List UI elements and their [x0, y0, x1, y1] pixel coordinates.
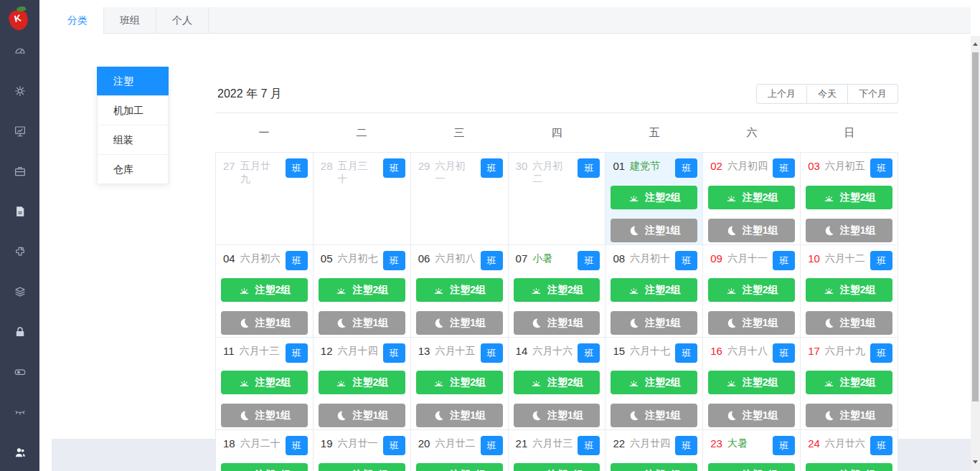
calendar-day-cell[interactable]: 06 六月初八 班 注塑2组 注塑1组: [411, 245, 509, 338]
shift-type-badge[interactable]: 班: [481, 158, 503, 178]
day-shift-button[interactable]: 注塑2组: [806, 371, 892, 394]
night-shift-button[interactable]: 注塑1组: [416, 404, 503, 427]
night-shift-button[interactable]: 注塑1组: [221, 404, 308, 427]
calendar-day-cell[interactable]: 19 六月廿一 班 注塑2组 注塑1组: [314, 430, 411, 471]
calendar-day-cell[interactable]: 16 六月十八 班 注塑2组 注塑1组: [703, 338, 801, 430]
shift-type-badge[interactable]: 班: [578, 343, 600, 363]
scroll-down-arrow-icon[interactable]: [971, 457, 980, 467]
calendar-day-cell[interactable]: 11 六月十三 班 注塑2组 注塑1组: [216, 338, 314, 430]
calendar-day-cell[interactable]: 14 六月十六 班 注塑2组 注塑1组: [509, 338, 606, 430]
calendar-day-cell[interactable]: 21 六月廿三 班 注塑2组 注塑1组: [509, 430, 606, 471]
lock-icon[interactable]: [14, 325, 27, 338]
night-shift-button[interactable]: 注塑1组: [611, 311, 697, 335]
night-shift-button[interactable]: 注塑1组: [416, 311, 503, 335]
eye-closed-icon[interactable]: [14, 406, 27, 419]
day-shift-button[interactable]: 注塑2组: [416, 463, 503, 471]
day-shift-button[interactable]: 注塑2组: [708, 186, 795, 209]
shift-type-badge[interactable]: 班: [870, 158, 892, 178]
day-shift-button[interactable]: 注塑2组: [416, 278, 503, 302]
shift-type-badge[interactable]: 班: [286, 436, 308, 455]
calendar-day-cell[interactable]: 24 六月廿六 班 注塑2组 注塑1组: [801, 430, 898, 471]
calendar-day-cell[interactable]: 27 五月廿九 班: [216, 153, 314, 245]
calendar-day-cell[interactable]: 02 六月初四 班 注塑2组 注塑1组: [703, 153, 801, 245]
shift-type-badge[interactable]: 班: [286, 158, 308, 178]
shift-type-badge[interactable]: 班: [675, 251, 697, 270]
toggle-icon[interactable]: [14, 366, 27, 379]
day-shift-button[interactable]: 注塑2组: [221, 278, 308, 302]
day-shift-button[interactable]: 注塑2组: [611, 278, 697, 302]
shift-type-badge[interactable]: 班: [383, 343, 405, 363]
prev-month-button[interactable]: 上个月: [756, 84, 807, 104]
day-shift-button[interactable]: 注塑2组: [708, 371, 795, 394]
day-shift-button[interactable]: 注塑2组: [514, 371, 600, 394]
shift-type-badge[interactable]: 班: [773, 251, 795, 270]
shift-type-badge[interactable]: 班: [675, 343, 697, 363]
calendar-day-cell[interactable]: 28 五月三十 班: [314, 153, 411, 245]
shift-type-badge[interactable]: 班: [773, 343, 795, 363]
shift-type-badge[interactable]: 班: [870, 251, 892, 270]
document-icon[interactable]: [14, 205, 27, 218]
day-shift-button[interactable]: 注塑2组: [611, 186, 697, 209]
tab-personal[interactable]: 个人: [156, 7, 209, 33]
next-month-button[interactable]: 下个月: [848, 84, 898, 104]
shift-type-badge[interactable]: 班: [481, 436, 503, 455]
night-shift-button[interactable]: 注塑1组: [806, 219, 892, 242]
day-shift-button[interactable]: 注塑2组: [319, 371, 405, 394]
night-shift-button[interactable]: 注塑1组: [708, 311, 795, 335]
shift-type-badge[interactable]: 班: [870, 436, 892, 455]
app-logo[interactable]: K: [6, 4, 34, 33]
day-shift-button[interactable]: 注塑2组: [221, 463, 308, 471]
shift-type-badge[interactable]: 班: [286, 343, 308, 363]
monitor-chart-icon[interactable]: [14, 125, 27, 138]
day-shift-button[interactable]: 注塑2组: [708, 278, 795, 302]
calendar-day-cell[interactable]: 17 六月十九 班 注塑2组 注塑1组: [801, 338, 898, 430]
day-shift-button[interactable]: 注塑2组: [806, 186, 892, 209]
shift-type-badge[interactable]: 班: [773, 436, 795, 455]
shift-type-badge[interactable]: 班: [675, 436, 697, 455]
night-shift-button[interactable]: 注塑1组: [806, 311, 892, 335]
calendar-day-cell[interactable]: 18 六月二十 班 注塑2组 注塑1组: [216, 430, 314, 471]
calendar-day-cell[interactable]: 13 六月十五 班 注塑2组 注塑1组: [411, 338, 509, 430]
briefcase-icon[interactable]: [14, 165, 27, 178]
category-item[interactable]: 组装: [98, 125, 168, 155]
shift-type-badge[interactable]: 班: [481, 251, 503, 270]
shift-type-badge[interactable]: 班: [773, 158, 795, 178]
today-button[interactable]: 今天: [807, 84, 848, 104]
calendar-day-cell[interactable]: 05 六月初七 班 注塑2组 注塑1组: [314, 245, 411, 338]
day-shift-button[interactable]: 注塑2组: [319, 463, 405, 471]
calendar-day-cell[interactable]: 23 大暑 班 注塑2组 注塑1组: [703, 430, 801, 471]
category-item[interactable]: 仓库: [98, 155, 168, 184]
shift-type-badge[interactable]: 班: [383, 251, 405, 270]
scrollbar-thumb[interactable]: [972, 52, 979, 401]
night-shift-button[interactable]: 注塑1组: [611, 404, 697, 427]
shift-type-badge[interactable]: 班: [675, 158, 697, 178]
tab-category[interactable]: 分类: [52, 7, 104, 34]
calendar-day-cell[interactable]: 22 六月廿四 班 注塑2组 注塑1组: [606, 430, 703, 471]
night-shift-button[interactable]: 注塑1组: [708, 404, 795, 427]
calendar-day-cell[interactable]: 12 六月十四 班 注塑2组 注塑1组: [314, 338, 411, 430]
day-shift-button[interactable]: 注塑2组: [611, 371, 697, 394]
calendar-day-cell[interactable]: 29 六月初一 班: [411, 153, 509, 245]
shift-type-badge[interactable]: 班: [578, 158, 600, 178]
night-shift-button[interactable]: 注塑1组: [708, 219, 795, 242]
day-shift-button[interactable]: 注塑2组: [514, 278, 600, 302]
shift-type-badge[interactable]: 班: [383, 436, 405, 455]
plugin-puzzle-icon[interactable]: [14, 245, 27, 258]
day-shift-button[interactable]: 注塑2组: [514, 463, 600, 471]
shift-type-badge[interactable]: 班: [286, 251, 308, 270]
calendar-day-cell[interactable]: 20 六月廿二 班 注塑2组 注塑1组: [411, 430, 509, 471]
shift-type-badge[interactable]: 班: [578, 436, 600, 455]
calendar-day-cell[interactable]: 08 六月初十 班 注塑2组 注塑1组: [606, 245, 703, 338]
day-shift-button[interactable]: 注塑2组: [708, 463, 795, 471]
calendar-day-cell[interactable]: 09 六月十一 班 注塑2组 注塑1组: [703, 245, 801, 338]
day-shift-button[interactable]: 注塑2组: [611, 463, 697, 471]
category-item[interactable]: 机加工: [98, 96, 168, 125]
category-item[interactable]: 注塑: [97, 67, 169, 96]
night-shift-button[interactable]: 注塑1组: [806, 404, 892, 427]
day-shift-button[interactable]: 注塑2组: [806, 278, 892, 302]
calendar-day-cell[interactable]: 30 六月初二 班: [509, 153, 606, 245]
tab-team[interactable]: 班组: [104, 7, 156, 33]
shift-type-badge[interactable]: 班: [481, 343, 503, 363]
night-shift-button[interactable]: 注塑1组: [221, 311, 308, 335]
calendar-day-cell[interactable]: 01 建党节 班 注塑2组 注塑1组: [606, 153, 703, 245]
